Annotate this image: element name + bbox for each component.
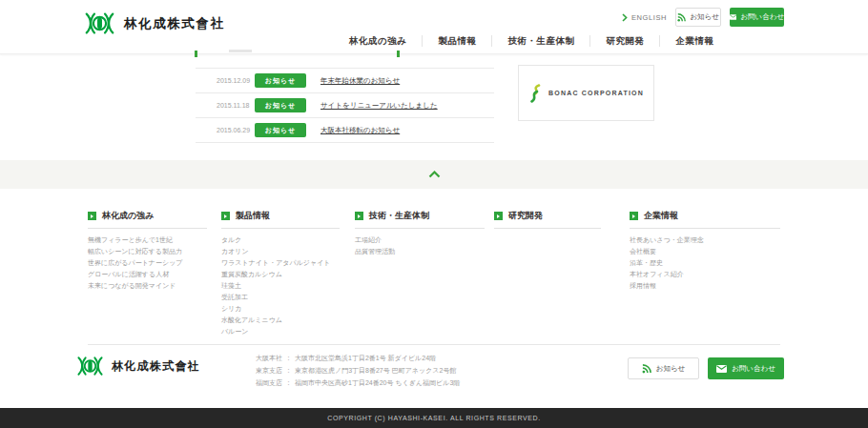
footer-news-button[interactable]: お知らせ [628, 357, 699, 379]
mail-icon [730, 13, 736, 21]
news-badge: お知らせ [255, 73, 306, 88]
footer-link[interactable]: 水酸化アルミニウム [221, 315, 340, 326]
arrow-marker-icon [494, 212, 503, 220]
footer-link[interactable]: 未来につながる開発マインド [88, 280, 207, 292]
address-line: 大阪本社 ： 大阪市北区堂島浜1丁目2番1号 新ダイビル24階 [256, 352, 460, 364]
footer-link[interactable]: 社長あいさつ・企業理念 [630, 234, 780, 246]
scroll-to-top-button[interactable] [428, 171, 441, 178]
footer-link-list: 工場紹介 品質管理活動 [355, 234, 485, 257]
news-badge: お知らせ [255, 98, 306, 112]
footer-column-strengths: 林化成の強み 無機フィラーと歩んで1世紀 幅広いシーンに対応する製品力 世界に広… [88, 210, 207, 292]
address-line: 東京支店 ： 東京都港区虎ノ門3丁目8番27号 巴町アネックス2号館 [256, 364, 460, 377]
rss-icon [642, 364, 651, 374]
content-remnant-mark [229, 50, 252, 52]
footer-heading-label: 研究開発 [508, 210, 543, 222]
footer-logo-text: 林化成株式會社 [112, 358, 200, 375]
news-badge: お知らせ [255, 123, 306, 137]
footer-heading-label: 企業情報 [644, 210, 678, 222]
address-label: 東京支店 [256, 364, 282, 377]
footer-link[interactable]: 受託加工 [221, 292, 340, 303]
news-button-label: お知らせ [690, 12, 719, 22]
news-list: 2015.12.09 お知らせ 年末年始休業のお知らせ 2015.11.18 お… [196, 68, 494, 143]
address-separator: ： [285, 364, 292, 377]
footer-contact-button[interactable]: お問い合わせ [708, 357, 784, 379]
news-date: 2015.12.09 [217, 77, 255, 84]
news-button[interactable]: お知らせ [675, 8, 721, 27]
footer-column-heading[interactable]: 林化成の強み [88, 210, 207, 229]
content-remnant-mark [195, 51, 197, 57]
news-row: 2015.12.09 お知らせ 年末年始休業のお知らせ [196, 69, 494, 93]
copyright-bar: COPYRIGHT (C) HAYASHI-KASEI. ALL RIGHTS … [0, 408, 868, 428]
address-value: 福岡市中央区高砂1丁目24番20号 ちくぎん福岡ビル3階 [295, 377, 460, 389]
news-date: 2015.06.29 [217, 127, 255, 133]
address-value: 大阪市北区堂島浜1丁目2番1号 新ダイビル24階 [295, 352, 436, 364]
nav-item-technology[interactable]: 技術・生産体制 [491, 35, 589, 47]
footer-link[interactable]: ワラストナイト・アタパルジャイト [221, 257, 340, 269]
footer-link[interactable]: グローバルに活躍する人材 [88, 269, 207, 280]
footer-heading-label: 製品情報 [236, 210, 270, 222]
address-line: 福岡支店 ： 福岡市中央区高砂1丁目24番20号 ちくぎん福岡ビル3階 [256, 377, 460, 389]
address-label: 福岡支店 [256, 377, 282, 389]
news-row: 2015.06.29 お知らせ 大阪本社移転のお知らせ [196, 118, 494, 143]
footer-column-heading[interactable]: 研究開発 [494, 210, 601, 229]
footer-news-button-label: お知らせ [656, 364, 686, 374]
footer-link-list: 社長あいさつ・企業理念 会社概要 沿革・歴史 本社オフィス紹介 採用情報 [630, 234, 780, 292]
main-nav: 林化成の強み 製品情報 技術・生産体制 研究開発 企業情報 [334, 29, 729, 53]
address-value: 東京都港区虎ノ門3丁目8番27号 巴町アネックス2号館 [295, 364, 456, 377]
chevron-right-icon [622, 13, 628, 22]
footer-link[interactable]: 無機フィラーと歩んで1世紀 [88, 234, 207, 246]
news-link[interactable]: 年末年始休業のお知らせ [320, 76, 400, 86]
footer-column-heading[interactable]: 企業情報 [630, 210, 780, 229]
footer-link[interactable]: シリカ [221, 303, 340, 315]
footer-link[interactable]: 幅広いシーンに対応する製品力 [88, 246, 207, 257]
footer-column-products: 製品情報 タルク カオリン ワラストナイト・アタパルジャイト 重質炭酸カルシウム… [221, 210, 340, 337]
news-link[interactable]: 大阪本社移転のお知らせ [320, 126, 400, 135]
header-utilities: ENGLISH お知らせ お問い合わせ [622, 8, 784, 27]
contact-button[interactable]: お問い合わせ [730, 8, 784, 27]
nav-item-strengths[interactable]: 林化成の強み [334, 35, 422, 47]
footer-link[interactable]: 世界に広がるパートナーシップ [88, 257, 207, 269]
footer-link[interactable]: 重質炭酸カルシウム [221, 269, 340, 280]
footer-link[interactable]: 本社オフィス紹介 [630, 269, 780, 280]
bonac-banner[interactable]: BONAC CORPORATION [518, 65, 654, 121]
footer-link[interactable]: 採用情報 [630, 280, 780, 292]
footer-heading-label: 林化成の強み [102, 210, 154, 222]
footer-heading-label: 技術・生産体制 [369, 210, 429, 222]
footer-link[interactable]: 珪藻土 [221, 280, 340, 292]
nav-item-rd[interactable]: 研究開発 [589, 35, 659, 47]
footer-link[interactable]: 会社概要 [630, 246, 780, 257]
footer-column-heading[interactable]: 製品情報 [221, 210, 340, 229]
arrow-marker-icon [88, 212, 96, 220]
rss-icon [677, 13, 686, 22]
company-addresses: 大阪本社 ： 大阪市北区堂島浜1丁目2番1号 新ダイビル24階 東京支店 ： 東… [256, 352, 460, 389]
english-link[interactable]: ENGLISH [622, 13, 667, 22]
footer-link-list: 無機フィラーと歩んで1世紀 幅広いシーンに対応する製品力 世界に広がるパートナー… [88, 234, 207, 292]
chevron-up-icon [428, 171, 441, 178]
footer-link[interactable]: バルーン [221, 326, 340, 337]
site-logo[interactable]: 林化成株式會社 [84, 10, 225, 36]
site-logo-text: 林化成株式會社 [124, 15, 225, 32]
footer-link[interactable]: 工場紹介 [355, 234, 485, 246]
site-header: 林化成株式會社 ENGLISH お知らせ [0, 0, 868, 54]
footer-column-rd: 研究開発 [494, 210, 601, 234]
page: 林化成株式會社 ENGLISH お知らせ [0, 0, 868, 428]
footer-logo[interactable]: 林化成株式會社 [76, 355, 200, 377]
footer-contact-button-label: お問い合わせ [732, 364, 775, 374]
footer-link[interactable]: タルク [221, 234, 340, 246]
footer-link[interactable]: 品質管理活動 [355, 246, 485, 257]
footer-link-list: タルク カオリン ワラストナイト・アタパルジャイト 重質炭酸カルシウム 珪藻土 … [221, 234, 340, 337]
footer-column-heading[interactable]: 技術・生産体制 [355, 210, 485, 229]
footer-link[interactable]: カオリン [221, 246, 340, 257]
bonac-helix-icon [528, 84, 543, 103]
news-link[interactable]: サイトをリニューアルいたしました [320, 101, 438, 111]
footer-link[interactable]: 沿革・歴史 [630, 257, 780, 269]
english-link-label: ENGLISH [631, 13, 667, 22]
hayashi-kasei-logo-icon [84, 10, 115, 36]
contact-button-label: お問い合わせ [740, 12, 784, 22]
nav-item-company[interactable]: 企業情報 [659, 35, 729, 47]
nav-item-products[interactable]: 製品情報 [422, 35, 491, 47]
footer-nav: 林化成の強み 無機フィラーと歩んで1世紀 幅広いシーンに対応する製品力 世界に広… [0, 210, 868, 343]
footer-column-company: 企業情報 社長あいさつ・企業理念 会社概要 沿革・歴史 本社オフィス紹介 採用情… [630, 210, 780, 292]
news-row: 2015.11.18 お知らせ サイトをリニューアルいたしました [196, 93, 494, 118]
copyright-text: COPYRIGHT (C) HAYASHI-KASEI. ALL RIGHTS … [327, 415, 541, 421]
